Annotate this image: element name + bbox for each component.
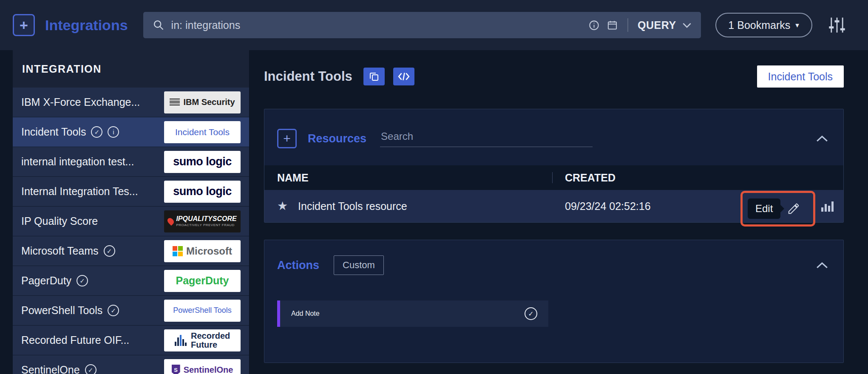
main-content: Incident Tools Incident Tools + Resource… xyxy=(250,50,868,374)
page-title: Integrations xyxy=(45,17,128,34)
search-icon xyxy=(153,19,165,31)
integration-name: Incident Tools xyxy=(21,126,86,138)
integration-name: PagerDuty xyxy=(21,275,71,287)
incident-tools-button[interactable]: Incident Tools xyxy=(757,65,844,88)
sumo-logic-logo: sumo logic xyxy=(164,151,241,173)
integration-name: PowerShell Tools xyxy=(21,304,102,317)
bookmarks-label: 1 Bookmarks xyxy=(728,19,790,31)
column-header-created: CREATED xyxy=(565,172,616,184)
integration-name: IP Quality Score xyxy=(21,215,98,227)
search-input[interactable] xyxy=(171,19,582,31)
integration-row-powershell-tools[interactable]: PowerShell Tools ✓ PowerShell Tools xyxy=(13,296,249,326)
actions-panel: Actions Custom Add Note ✓ xyxy=(264,240,844,363)
sentinelone-shield-icon: S xyxy=(172,365,180,374)
search-bar[interactable]: QUERY xyxy=(143,12,701,38)
microsoft-logo: Microsoft xyxy=(164,240,241,262)
sentinelone-logo: S SentinelOne xyxy=(164,359,241,374)
filters-icon[interactable] xyxy=(828,16,846,34)
copy-icon xyxy=(369,71,379,82)
calendar-icon[interactable] xyxy=(607,20,618,31)
resource-search-input[interactable] xyxy=(380,130,593,147)
incident-tools-logo: Incident Tools xyxy=(164,121,241,143)
badge-text: Recorded Future xyxy=(191,332,230,349)
action-item-add-note[interactable]: Add Note ✓ xyxy=(277,300,548,327)
info-circle-icon[interactable]: i xyxy=(108,126,119,138)
badge-text: SentinelOne xyxy=(184,365,233,374)
code-icon xyxy=(398,72,410,81)
caret-down-icon: ▾ xyxy=(795,21,799,30)
recorded-future-bars-icon xyxy=(175,335,187,346)
ipqualityscore-logo: IPQUALITYSCORE PROACTIVELY PREVENT FRAUD xyxy=(164,210,241,232)
actions-title: Actions xyxy=(277,259,319,272)
badge-text: Microsoft xyxy=(186,245,232,257)
integration-row-ip-quality-score[interactable]: IP Quality Score IPQUALITYSCORE PROACTIV… xyxy=(13,207,249,236)
resources-table-header: NAME CREATED xyxy=(264,165,843,190)
edit-tooltip: Edit xyxy=(748,198,780,219)
badge-text: sumo logic xyxy=(173,185,232,198)
integration-row-internal-integration[interactable]: Internal Integration Tes... sumo logic xyxy=(13,177,249,207)
enabled-check-icon: ✓ xyxy=(77,275,88,286)
badge-tagline: PROACTIVELY PREVENT FRAUD xyxy=(176,224,234,227)
plus-icon: + xyxy=(20,17,28,34)
edit-highlight-annotation: Edit xyxy=(740,191,815,227)
ibm-stripes-icon xyxy=(170,99,180,106)
integration-row-pagerduty[interactable]: PagerDuty ✓ PagerDuty xyxy=(13,266,249,296)
enabled-check-icon: ✓ xyxy=(525,307,537,320)
integrations-app-icon[interactable]: + xyxy=(13,14,35,36)
query-label: QUERY xyxy=(638,19,676,31)
badge-text: Incident Tools xyxy=(175,127,230,137)
duplicate-button[interactable] xyxy=(363,68,385,85)
query-button[interactable]: QUERY xyxy=(638,19,691,31)
enabled-check-icon: ✓ xyxy=(108,305,119,316)
usage-chart-icon[interactable] xyxy=(820,200,835,212)
resources-panel: + Resources NAME CREATED ★ Incident Tool… xyxy=(264,109,844,223)
microsoft-squares-icon xyxy=(173,246,183,256)
integration-row-recorded-future[interactable]: Recorded Future OIF... Recorded Future xyxy=(13,326,249,355)
integration-name: SentinelOne xyxy=(21,364,80,374)
divider xyxy=(627,18,628,32)
custom-tag[interactable]: Custom xyxy=(334,255,384,275)
integration-name: Recorded Future OIF... xyxy=(21,334,129,346)
resources-panel-header: + Resources xyxy=(264,109,843,165)
add-resource-button[interactable]: + xyxy=(277,129,297,148)
badge-text: IPQUALITYSCORE xyxy=(176,215,236,222)
code-view-button[interactable] xyxy=(393,68,414,85)
integration-name: Internal Integration Tes... xyxy=(21,185,138,198)
favorite-star-icon[interactable]: ★ xyxy=(277,200,288,212)
integration-row-incident-tools[interactable]: Incident Tools ✓ i Incident Tools xyxy=(13,117,249,147)
recorded-future-logo: Recorded Future xyxy=(164,329,241,351)
column-divider xyxy=(552,172,553,183)
badge-text: PagerDuty xyxy=(176,275,229,287)
sidebar-header: INTEGRATION xyxy=(13,50,249,88)
edit-pencil-icon[interactable] xyxy=(787,202,800,215)
integration-row-ibm-xforce[interactable]: IBM X-Force Exchange... IBM Security xyxy=(13,88,249,117)
integration-row-internal-test[interactable]: internal integation test... sumo logic xyxy=(13,147,249,177)
collapse-chevron-icon[interactable] xyxy=(816,136,828,142)
bookmarks-button[interactable]: 1 Bookmarks ▾ xyxy=(715,13,812,37)
badge-text: IBM Security xyxy=(183,97,235,107)
main-header: Incident Tools Incident Tools xyxy=(264,65,844,88)
resource-row[interactable]: ★ Incident Tools resource 09/23/24 02:52… xyxy=(264,190,843,222)
integration-sidebar: INTEGRATION IBM X-Force Exchange... IBM … xyxy=(13,50,250,374)
topbar: + Integrations QUERY 1 Bookmarks ▾ xyxy=(0,0,868,50)
integration-row-sentinelone[interactable]: SentinelOne ✓ S SentinelOne xyxy=(13,355,249,374)
resource-created: 09/23/24 02:52:16 xyxy=(565,200,651,212)
sumo-logic-logo: sumo logic xyxy=(164,181,241,203)
resource-name: Incident Tools resource xyxy=(298,200,407,212)
powershell-tools-logo: PowerShell Tools xyxy=(164,300,241,322)
info-icon[interactable] xyxy=(588,20,600,31)
enabled-check-icon: ✓ xyxy=(91,126,102,138)
actions-panel-header: Actions Custom xyxy=(264,240,843,275)
badge-text: sumo logic xyxy=(173,155,232,168)
ibm-security-logo: IBM Security xyxy=(164,91,241,113)
resources-title: Resources xyxy=(308,132,366,145)
chevron-down-icon xyxy=(682,23,692,28)
flame-icon xyxy=(166,217,175,226)
integration-row-microsoft-teams[interactable]: Microsoft Teams ✓ Microsoft xyxy=(13,236,249,266)
collapse-chevron-icon[interactable] xyxy=(816,262,828,269)
pagerduty-logo: PagerDuty xyxy=(164,270,241,292)
action-label: Add Note xyxy=(291,310,320,317)
integration-name: IBM X-Force Exchange... xyxy=(21,96,140,108)
column-header-name: NAME xyxy=(277,172,552,184)
integration-title: Incident Tools xyxy=(264,69,352,84)
